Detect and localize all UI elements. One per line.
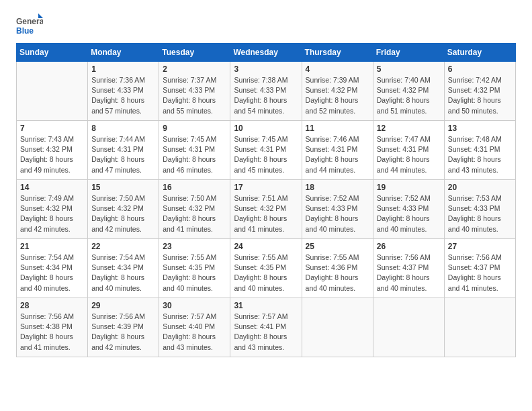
- day-cell: 3Sunrise: 7:38 AMSunset: 4:33 PMDaylight…: [230, 62, 302, 121]
- day-info: Sunrise: 7:45 AMSunset: 4:31 PMDaylight:…: [163, 134, 226, 175]
- day-info: Sunrise: 7:57 AMSunset: 4:41 PMDaylight:…: [234, 312, 298, 353]
- day-number: 28: [20, 301, 84, 310]
- day-number: 3: [234, 64, 298, 74]
- day-cell: 25Sunrise: 7:55 AMSunset: 4:36 PMDayligh…: [302, 239, 373, 298]
- day-info: Sunrise: 7:52 AMSunset: 4:33 PMDaylight:…: [377, 193, 441, 234]
- day-number: 24: [234, 242, 298, 251]
- day-info: Sunrise: 7:48 AMSunset: 4:31 PMDaylight:…: [448, 134, 512, 175]
- day-cell: 24Sunrise: 7:55 AMSunset: 4:35 PMDayligh…: [230, 239, 302, 298]
- day-number: 16: [163, 183, 226, 192]
- day-cell: 7Sunrise: 7:43 AMSunset: 4:32 PMDaylight…: [17, 121, 88, 180]
- day-number: 4: [306, 64, 369, 74]
- day-cell: [373, 298, 444, 357]
- day-cell: 8Sunrise: 7:44 AMSunset: 4:31 PMDaylight…: [88, 121, 159, 180]
- day-number: 18: [306, 183, 369, 192]
- day-info: Sunrise: 7:55 AMSunset: 4:35 PMDaylight:…: [163, 253, 226, 293]
- day-info: Sunrise: 7:56 AMSunset: 4:37 PMDaylight:…: [448, 253, 512, 293]
- day-cell: 9Sunrise: 7:45 AMSunset: 4:31 PMDaylight…: [159, 121, 230, 180]
- dow-header-thursday: Thursday: [302, 44, 373, 62]
- day-info: Sunrise: 7:55 AMSunset: 4:36 PMDaylight:…: [306, 253, 369, 293]
- day-number: 1: [91, 64, 155, 74]
- day-cell: 20Sunrise: 7:53 AMSunset: 4:33 PMDayligh…: [444, 180, 515, 239]
- dow-header-monday: Monday: [88, 44, 159, 62]
- svg-text:Blue: Blue: [16, 26, 34, 36]
- day-cell: 21Sunrise: 7:54 AMSunset: 4:34 PMDayligh…: [17, 239, 88, 298]
- day-info: Sunrise: 7:55 AMSunset: 4:35 PMDaylight:…: [234, 253, 298, 293]
- day-number: 15: [91, 183, 155, 192]
- day-cell: 6Sunrise: 7:42 AMSunset: 4:32 PMDaylight…: [444, 62, 515, 121]
- week-row: 7Sunrise: 7:43 AMSunset: 4:32 PMDaylight…: [17, 121, 516, 180]
- day-number: 22: [91, 242, 155, 251]
- day-cell: 28Sunrise: 7:56 AMSunset: 4:38 PMDayligh…: [17, 298, 88, 357]
- day-info: Sunrise: 7:36 AMSunset: 4:33 PMDaylight:…: [91, 75, 155, 116]
- day-number: 7: [20, 124, 84, 133]
- day-number: 17: [234, 183, 298, 192]
- day-info: Sunrise: 7:44 AMSunset: 4:31 PMDaylight:…: [91, 134, 155, 175]
- day-cell: [302, 298, 373, 357]
- day-number: 2: [163, 64, 226, 74]
- day-cell: 31Sunrise: 7:57 AMSunset: 4:41 PMDayligh…: [230, 298, 302, 357]
- day-info: Sunrise: 7:52 AMSunset: 4:33 PMDaylight:…: [306, 193, 369, 234]
- day-cell: 29Sunrise: 7:56 AMSunset: 4:39 PMDayligh…: [88, 298, 159, 357]
- day-info: Sunrise: 7:56 AMSunset: 4:38 PMDaylight:…: [20, 312, 84, 353]
- day-number: 5: [377, 64, 441, 74]
- day-number: 11: [306, 124, 369, 133]
- week-row: 28Sunrise: 7:56 AMSunset: 4:38 PMDayligh…: [17, 298, 516, 357]
- day-info: Sunrise: 7:57 AMSunset: 4:40 PMDaylight:…: [163, 312, 226, 353]
- day-number: 6: [448, 64, 512, 74]
- dow-header-sunday: Sunday: [17, 44, 88, 62]
- day-cell: 30Sunrise: 7:57 AMSunset: 4:40 PMDayligh…: [159, 298, 230, 357]
- svg-marker-2: [38, 13, 43, 18]
- day-number: 26: [377, 242, 441, 251]
- day-cell: 1Sunrise: 7:36 AMSunset: 4:33 PMDaylight…: [88, 62, 159, 121]
- logo-icon: General Blue: [16, 13, 43, 38]
- day-cell: 15Sunrise: 7:50 AMSunset: 4:32 PMDayligh…: [88, 180, 159, 239]
- day-number: 19: [377, 183, 441, 192]
- day-cell: [17, 62, 88, 121]
- day-info: Sunrise: 7:42 AMSunset: 4:32 PMDaylight:…: [448, 75, 512, 116]
- day-number: 10: [234, 124, 298, 133]
- calendar-body: 1Sunrise: 7:36 AMSunset: 4:33 PMDaylight…: [17, 62, 516, 357]
- day-info: Sunrise: 7:51 AMSunset: 4:32 PMDaylight:…: [234, 193, 298, 234]
- logo: General Blue: [16, 13, 43, 38]
- day-info: Sunrise: 7:50 AMSunset: 4:32 PMDaylight:…: [163, 193, 226, 234]
- week-row: 1Sunrise: 7:36 AMSunset: 4:33 PMDaylight…: [17, 62, 516, 121]
- day-cell: 23Sunrise: 7:55 AMSunset: 4:35 PMDayligh…: [159, 239, 230, 298]
- day-number: 13: [448, 124, 512, 133]
- day-info: Sunrise: 7:54 AMSunset: 4:34 PMDaylight:…: [91, 253, 155, 293]
- day-cell: 27Sunrise: 7:56 AMSunset: 4:37 PMDayligh…: [444, 239, 515, 298]
- day-cell: 19Sunrise: 7:52 AMSunset: 4:33 PMDayligh…: [373, 180, 444, 239]
- day-cell: 11Sunrise: 7:46 AMSunset: 4:31 PMDayligh…: [302, 121, 373, 180]
- day-info: Sunrise: 7:53 AMSunset: 4:33 PMDaylight:…: [448, 193, 512, 234]
- day-cell: 26Sunrise: 7:56 AMSunset: 4:37 PMDayligh…: [373, 239, 444, 298]
- dow-header-saturday: Saturday: [444, 44, 515, 62]
- day-cell: 14Sunrise: 7:49 AMSunset: 4:32 PMDayligh…: [17, 180, 88, 239]
- day-info: Sunrise: 7:56 AMSunset: 4:39 PMDaylight:…: [91, 312, 155, 353]
- day-info: Sunrise: 7:39 AMSunset: 4:32 PMDaylight:…: [306, 75, 369, 116]
- day-cell: 18Sunrise: 7:52 AMSunset: 4:33 PMDayligh…: [302, 180, 373, 239]
- header: General Blue: [16, 13, 516, 38]
- day-info: Sunrise: 7:54 AMSunset: 4:34 PMDaylight:…: [20, 253, 84, 293]
- week-row: 21Sunrise: 7:54 AMSunset: 4:34 PMDayligh…: [17, 239, 516, 298]
- day-cell: 2Sunrise: 7:37 AMSunset: 4:33 PMDaylight…: [159, 62, 230, 121]
- day-cell: [444, 298, 515, 357]
- day-number: 14: [20, 183, 84, 192]
- day-info: Sunrise: 7:47 AMSunset: 4:31 PMDaylight:…: [377, 134, 441, 175]
- day-info: Sunrise: 7:50 AMSunset: 4:32 PMDaylight:…: [91, 193, 155, 234]
- day-info: Sunrise: 7:43 AMSunset: 4:32 PMDaylight:…: [20, 134, 84, 175]
- day-cell: 17Sunrise: 7:51 AMSunset: 4:32 PMDayligh…: [230, 180, 302, 239]
- day-number: 8: [91, 124, 155, 133]
- day-number: 20: [448, 183, 512, 192]
- day-number: 27: [448, 242, 512, 251]
- day-of-week-row: SundayMondayTuesdayWednesdayThursdayFrid…: [17, 44, 516, 62]
- day-cell: 4Sunrise: 7:39 AMSunset: 4:32 PMDaylight…: [302, 62, 373, 121]
- day-number: 21: [20, 242, 84, 251]
- day-cell: 16Sunrise: 7:50 AMSunset: 4:32 PMDayligh…: [159, 180, 230, 239]
- day-number: 25: [306, 242, 369, 251]
- day-number: 12: [377, 124, 441, 133]
- week-row: 14Sunrise: 7:49 AMSunset: 4:32 PMDayligh…: [17, 180, 516, 239]
- day-info: Sunrise: 7:40 AMSunset: 4:32 PMDaylight:…: [377, 75, 441, 116]
- day-info: Sunrise: 7:38 AMSunset: 4:33 PMDaylight:…: [234, 75, 298, 116]
- day-info: Sunrise: 7:46 AMSunset: 4:31 PMDaylight:…: [306, 134, 369, 175]
- day-number: 31: [234, 301, 298, 310]
